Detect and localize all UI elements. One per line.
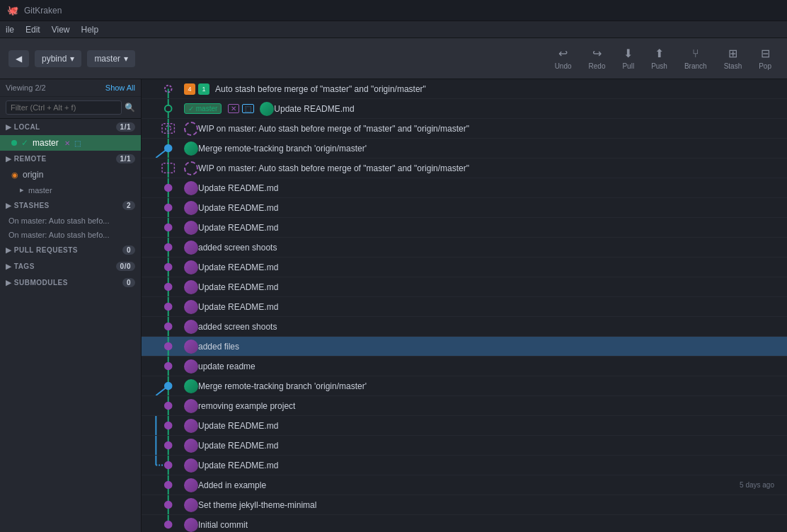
- main-area: Viewing 2/2 Show All 🔍 ▶ LOCAL 1/1 ✓ mas…: [0, 79, 787, 532]
- menu-edit[interactable]: Edit: [25, 25, 40, 35]
- commit-row[interactable]: Update README.md: [142, 456, 787, 475]
- filter-input[interactable]: [6, 100, 122, 115]
- commit-graph-area[interactable]: 4 1 Auto stash before merge of "master" …: [142, 79, 787, 532]
- graph-column: [142, 238, 184, 257]
- submodules-count: 0: [122, 278, 135, 287]
- commit-row[interactable]: Update README.md: [142, 436, 787, 456]
- commit-row[interactable]: Update README.md: [142, 258, 787, 277]
- commit-row[interactable]: ✓ master ✕ ⬚ Update README.md: [142, 99, 787, 119]
- undo-label: Undo: [555, 62, 572, 70]
- origin-master-label: master: [28, 186, 52, 195]
- commit-row[interactable]: Update README.md: [142, 277, 787, 297]
- active-dot: [11, 140, 17, 146]
- svg-point-29: [165, 343, 172, 350]
- commit-row[interactable]: Update README.md: [142, 297, 787, 317]
- pull-requests-section-header[interactable]: ▶ PULL REQUESTS 0: [0, 242, 141, 258]
- commit-row[interactable]: added screen shoots: [142, 317, 787, 337]
- pop-button[interactable]: ⊟ Pop: [752, 44, 779, 73]
- commit-message: Update README.md: [198, 421, 780, 431]
- commit-row[interactable]: Merge remote-tracking branch 'origin/mas…: [142, 139, 787, 158]
- pop-label: Pop: [759, 62, 771, 70]
- commit-row[interactable]: Added in example 5 days ago: [142, 475, 787, 495]
- search-icon: 🔍: [125, 103, 135, 112]
- origin-icon: ◉: [11, 170, 18, 180]
- menu-help[interactable]: Help: [81, 25, 99, 35]
- branch-selector[interactable]: master ▾: [87, 50, 135, 67]
- submodules-label: ▶ SUBMODULES: [6, 279, 68, 287]
- stash-button[interactable]: ⊞ Stash: [717, 44, 749, 73]
- pop-icon: ⊟: [761, 47, 770, 60]
- show-all-link[interactable]: Show All: [105, 83, 135, 92]
- graph-column: [142, 99, 184, 118]
- local-count: 1/1: [116, 122, 135, 132]
- branch-name: master: [94, 54, 120, 64]
- menu-view[interactable]: View: [52, 25, 70, 35]
- commit-row[interactable]: WIP on master: Auto stash before merge o…: [142, 119, 787, 139]
- commit-row[interactable]: update readme: [142, 357, 787, 376]
- stashes-count: 2: [122, 201, 135, 210]
- graph-column: [142, 198, 184, 217]
- svg-line-8: [156, 149, 168, 158]
- commit-avatar: [184, 359, 198, 374]
- commit-avatar: [184, 300, 198, 314]
- commit-message: Auto stash before merge of "master" and …: [215, 84, 780, 94]
- svg-point-9: [165, 145, 172, 152]
- commit-message: removing example project: [198, 401, 780, 411]
- branch-button[interactable]: ⑂ Branch: [677, 45, 714, 73]
- commit-row[interactable]: Set theme jekyll-theme-minimal: [142, 495, 787, 515]
- commit-avatar: [184, 161, 198, 175]
- badge-4: 4: [184, 83, 195, 95]
- master-branch-icon: ✓: [21, 138, 28, 148]
- stashes-section-header[interactable]: ▶ STASHES 2: [0, 197, 141, 214]
- commit-message: Update README.md: [198, 223, 780, 233]
- stash-item-1[interactable]: On master: Auto stash befo...: [0, 214, 141, 228]
- commit-avatar: [184, 399, 198, 413]
- filter-box: 🔍: [0, 97, 141, 119]
- remote-section-header[interactable]: ▶ REMOTE 1/1: [0, 151, 141, 167]
- commit-row[interactable]: Update README.md: [142, 178, 787, 198]
- commit-row-selected[interactable]: added files: [142, 337, 787, 357]
- commit-message: Merge remote-tracking branch 'origin/mas…: [198, 381, 780, 391]
- redo-button[interactable]: ↪ Redo: [582, 44, 613, 73]
- commit-avatar: [184, 518, 198, 532]
- commit-row[interactable]: Update README.md: [142, 198, 787, 218]
- sidebar-item-origin[interactable]: ◉ origin: [0, 167, 141, 183]
- commit-message: Update README.md: [198, 183, 780, 193]
- master-monitor-icon: ⬚: [74, 139, 81, 147]
- commit-row[interactable]: 4 1 Auto stash before merge of "master" …: [142, 79, 787, 99]
- stash-item-2[interactable]: On master: Auto stash befo...: [0, 228, 141, 242]
- commit-message: Update README.md: [274, 104, 780, 114]
- back-button[interactable]: ◀: [8, 50, 29, 67]
- commit-row[interactable]: Update README.md: [142, 416, 787, 436]
- commit-row[interactable]: removing example project: [142, 396, 787, 416]
- commit-row[interactable]: Initial commit: [142, 515, 787, 532]
- sidebar-item-origin-master[interactable]: ▸ master: [0, 183, 141, 197]
- svg-point-25: [165, 303, 172, 311]
- sidebar-item-master-local[interactable]: ✓ master ✕ ⬚: [0, 135, 141, 151]
- pull-button[interactable]: ⬇ Pull: [615, 44, 641, 73]
- graph-column: [142, 158, 184, 178]
- commit-row[interactable]: Update README.md: [142, 218, 787, 238]
- menubar: ile Edit View Help: [0, 21, 787, 38]
- commit-message: Update README.md: [198, 262, 780, 272]
- svg-point-52: [165, 521, 172, 528]
- svg-point-19: [165, 244, 172, 251]
- commit-row[interactable]: Merge remote-tracking branch 'origin/mas…: [142, 376, 787, 396]
- tags-section-header[interactable]: ▶ TAGS 0/0: [0, 258, 141, 274]
- svg-point-50: [165, 502, 172, 509]
- commit-row[interactable]: WIP on master: Auto stash before merge o…: [142, 158, 787, 178]
- push-button[interactable]: ⬆ Push: [644, 44, 674, 73]
- badge-1: 1: [198, 83, 209, 95]
- svg-point-31: [165, 363, 172, 370]
- graph-column: [142, 79, 184, 98]
- svg-rect-11: [162, 163, 174, 173]
- commit-avatar: [184, 379, 198, 393]
- submodules-section-header[interactable]: ▶ SUBMODULES 0: [0, 274, 141, 291]
- repo-selector[interactable]: pybind ▾: [35, 50, 81, 67]
- undo-button[interactable]: ↩ Undo: [548, 44, 579, 73]
- local-section-header[interactable]: ▶ LOCAL 1/1: [0, 119, 141, 135]
- commit-row[interactable]: added screen shoots: [142, 238, 787, 258]
- menu-file[interactable]: ile: [6, 25, 14, 35]
- graph-column: [142, 297, 184, 316]
- commit-avatar: [184, 419, 198, 433]
